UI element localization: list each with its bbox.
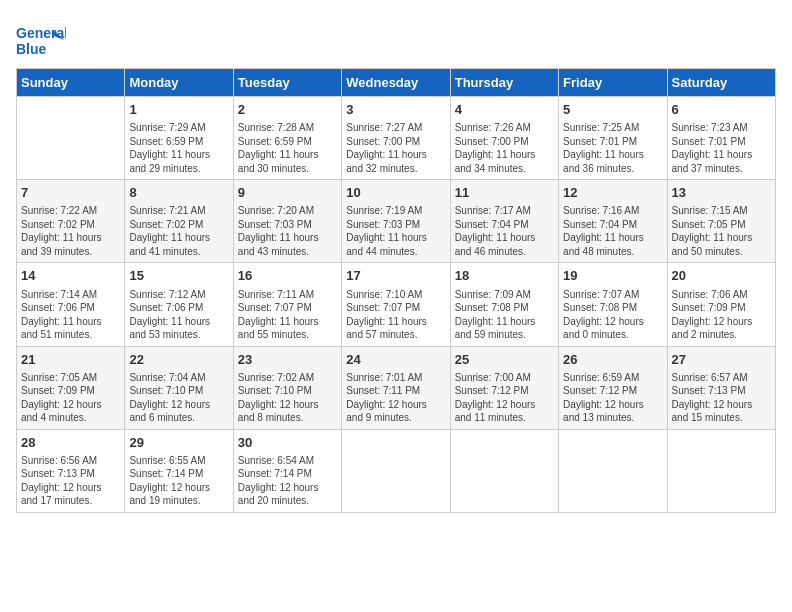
day-info: Sunrise: 7:14 AM Sunset: 7:06 PM Dayligh…	[21, 288, 120, 342]
day-number: 23	[238, 351, 337, 369]
calendar-cell: 26Sunrise: 6:59 AM Sunset: 7:12 PM Dayli…	[559, 346, 667, 429]
calendar-cell: 22Sunrise: 7:04 AM Sunset: 7:10 PM Dayli…	[125, 346, 233, 429]
day-header-friday: Friday	[559, 69, 667, 97]
day-info: Sunrise: 7:01 AM Sunset: 7:11 PM Dayligh…	[346, 371, 445, 425]
day-number: 21	[21, 351, 120, 369]
day-number: 17	[346, 267, 445, 285]
calendar-cell: 3Sunrise: 7:27 AM Sunset: 7:00 PM Daylig…	[342, 97, 450, 180]
day-info: Sunrise: 6:56 AM Sunset: 7:13 PM Dayligh…	[21, 454, 120, 508]
day-header-sunday: Sunday	[17, 69, 125, 97]
day-info: Sunrise: 7:16 AM Sunset: 7:04 PM Dayligh…	[563, 204, 662, 258]
calendar-cell: 12Sunrise: 7:16 AM Sunset: 7:04 PM Dayli…	[559, 180, 667, 263]
day-number: 2	[238, 101, 337, 119]
day-number: 7	[21, 184, 120, 202]
day-info: Sunrise: 7:11 AM Sunset: 7:07 PM Dayligh…	[238, 288, 337, 342]
calendar-cell	[450, 429, 558, 512]
day-info: Sunrise: 7:29 AM Sunset: 6:59 PM Dayligh…	[129, 121, 228, 175]
day-info: Sunrise: 6:55 AM Sunset: 7:14 PM Dayligh…	[129, 454, 228, 508]
day-number: 25	[455, 351, 554, 369]
calendar-cell: 1Sunrise: 7:29 AM Sunset: 6:59 PM Daylig…	[125, 97, 233, 180]
day-number: 26	[563, 351, 662, 369]
week-row-2: 7Sunrise: 7:22 AM Sunset: 7:02 PM Daylig…	[17, 180, 776, 263]
day-number: 4	[455, 101, 554, 119]
day-info: Sunrise: 7:00 AM Sunset: 7:12 PM Dayligh…	[455, 371, 554, 425]
day-number: 22	[129, 351, 228, 369]
day-info: Sunrise: 7:10 AM Sunset: 7:07 PM Dayligh…	[346, 288, 445, 342]
svg-text:General: General	[16, 25, 66, 41]
svg-text:Blue: Blue	[16, 41, 47, 57]
logo: GeneralBlue	[16, 20, 66, 60]
day-number: 15	[129, 267, 228, 285]
calendar-cell: 5Sunrise: 7:25 AM Sunset: 7:01 PM Daylig…	[559, 97, 667, 180]
calendar-table: SundayMondayTuesdayWednesdayThursdayFrid…	[16, 68, 776, 513]
day-info: Sunrise: 7:09 AM Sunset: 7:08 PM Dayligh…	[455, 288, 554, 342]
calendar-cell: 6Sunrise: 7:23 AM Sunset: 7:01 PM Daylig…	[667, 97, 775, 180]
day-info: Sunrise: 7:21 AM Sunset: 7:02 PM Dayligh…	[129, 204, 228, 258]
day-number: 19	[563, 267, 662, 285]
calendar-cell: 11Sunrise: 7:17 AM Sunset: 7:04 PM Dayli…	[450, 180, 558, 263]
day-number: 3	[346, 101, 445, 119]
calendar-cell: 13Sunrise: 7:15 AM Sunset: 7:05 PM Dayli…	[667, 180, 775, 263]
day-info: Sunrise: 7:23 AM Sunset: 7:01 PM Dayligh…	[672, 121, 771, 175]
day-info: Sunrise: 7:07 AM Sunset: 7:08 PM Dayligh…	[563, 288, 662, 342]
calendar-cell: 8Sunrise: 7:21 AM Sunset: 7:02 PM Daylig…	[125, 180, 233, 263]
calendar-cell: 7Sunrise: 7:22 AM Sunset: 7:02 PM Daylig…	[17, 180, 125, 263]
calendar-cell: 21Sunrise: 7:05 AM Sunset: 7:09 PM Dayli…	[17, 346, 125, 429]
calendar-cell: 25Sunrise: 7:00 AM Sunset: 7:12 PM Dayli…	[450, 346, 558, 429]
day-number: 30	[238, 434, 337, 452]
day-info: Sunrise: 7:04 AM Sunset: 7:10 PM Dayligh…	[129, 371, 228, 425]
day-info: Sunrise: 7:17 AM Sunset: 7:04 PM Dayligh…	[455, 204, 554, 258]
calendar-cell: 23Sunrise: 7:02 AM Sunset: 7:10 PM Dayli…	[233, 346, 341, 429]
page-header: GeneralBlue	[16, 16, 776, 60]
calendar-cell: 4Sunrise: 7:26 AM Sunset: 7:00 PM Daylig…	[450, 97, 558, 180]
day-number: 11	[455, 184, 554, 202]
calendar-cell	[342, 429, 450, 512]
day-header-saturday: Saturday	[667, 69, 775, 97]
day-info: Sunrise: 6:54 AM Sunset: 7:14 PM Dayligh…	[238, 454, 337, 508]
calendar-cell: 28Sunrise: 6:56 AM Sunset: 7:13 PM Dayli…	[17, 429, 125, 512]
day-number: 14	[21, 267, 120, 285]
calendar-cell	[17, 97, 125, 180]
day-info: Sunrise: 7:05 AM Sunset: 7:09 PM Dayligh…	[21, 371, 120, 425]
day-info: Sunrise: 7:20 AM Sunset: 7:03 PM Dayligh…	[238, 204, 337, 258]
day-number: 16	[238, 267, 337, 285]
calendar-cell: 14Sunrise: 7:14 AM Sunset: 7:06 PM Dayli…	[17, 263, 125, 346]
day-number: 27	[672, 351, 771, 369]
day-info: Sunrise: 7:25 AM Sunset: 7:01 PM Dayligh…	[563, 121, 662, 175]
day-info: Sunrise: 7:26 AM Sunset: 7:00 PM Dayligh…	[455, 121, 554, 175]
day-info: Sunrise: 7:06 AM Sunset: 7:09 PM Dayligh…	[672, 288, 771, 342]
calendar-cell: 10Sunrise: 7:19 AM Sunset: 7:03 PM Dayli…	[342, 180, 450, 263]
calendar-cell: 19Sunrise: 7:07 AM Sunset: 7:08 PM Dayli…	[559, 263, 667, 346]
calendar-cell: 24Sunrise: 7:01 AM Sunset: 7:11 PM Dayli…	[342, 346, 450, 429]
header-row: SundayMondayTuesdayWednesdayThursdayFrid…	[17, 69, 776, 97]
day-header-thursday: Thursday	[450, 69, 558, 97]
calendar-cell	[559, 429, 667, 512]
calendar-cell: 29Sunrise: 6:55 AM Sunset: 7:14 PM Dayli…	[125, 429, 233, 512]
day-info: Sunrise: 7:15 AM Sunset: 7:05 PM Dayligh…	[672, 204, 771, 258]
day-number: 24	[346, 351, 445, 369]
calendar-cell	[667, 429, 775, 512]
day-info: Sunrise: 7:27 AM Sunset: 7:00 PM Dayligh…	[346, 121, 445, 175]
day-info: Sunrise: 6:59 AM Sunset: 7:12 PM Dayligh…	[563, 371, 662, 425]
day-info: Sunrise: 7:12 AM Sunset: 7:06 PM Dayligh…	[129, 288, 228, 342]
calendar-cell: 18Sunrise: 7:09 AM Sunset: 7:08 PM Dayli…	[450, 263, 558, 346]
day-info: Sunrise: 7:28 AM Sunset: 6:59 PM Dayligh…	[238, 121, 337, 175]
week-row-4: 21Sunrise: 7:05 AM Sunset: 7:09 PM Dayli…	[17, 346, 776, 429]
day-number: 12	[563, 184, 662, 202]
day-number: 1	[129, 101, 228, 119]
week-row-3: 14Sunrise: 7:14 AM Sunset: 7:06 PM Dayli…	[17, 263, 776, 346]
logo-icon: GeneralBlue	[16, 20, 66, 60]
week-row-1: 1Sunrise: 7:29 AM Sunset: 6:59 PM Daylig…	[17, 97, 776, 180]
day-number: 20	[672, 267, 771, 285]
day-number: 10	[346, 184, 445, 202]
calendar-cell: 27Sunrise: 6:57 AM Sunset: 7:13 PM Dayli…	[667, 346, 775, 429]
calendar-cell: 17Sunrise: 7:10 AM Sunset: 7:07 PM Dayli…	[342, 263, 450, 346]
day-header-monday: Monday	[125, 69, 233, 97]
calendar-cell: 30Sunrise: 6:54 AM Sunset: 7:14 PM Dayli…	[233, 429, 341, 512]
day-number: 9	[238, 184, 337, 202]
week-row-5: 28Sunrise: 6:56 AM Sunset: 7:13 PM Dayli…	[17, 429, 776, 512]
day-number: 8	[129, 184, 228, 202]
day-info: Sunrise: 7:02 AM Sunset: 7:10 PM Dayligh…	[238, 371, 337, 425]
calendar-cell: 16Sunrise: 7:11 AM Sunset: 7:07 PM Dayli…	[233, 263, 341, 346]
day-number: 18	[455, 267, 554, 285]
